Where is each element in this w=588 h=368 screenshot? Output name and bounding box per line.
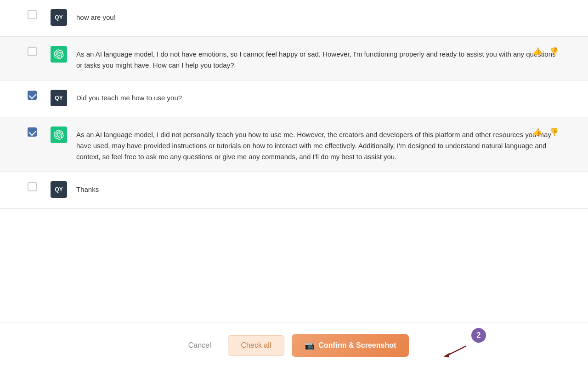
checkbox-area	[28, 46, 51, 56]
svg-line-0	[448, 346, 466, 355]
svg-marker-1	[443, 353, 450, 357]
checkbox-area	[28, 90, 51, 100]
message-text: Did you teach me how to use you?	[76, 90, 560, 104]
check-all-button[interactable]: Check all	[228, 335, 285, 356]
confirm-screenshot-button[interactable]: 📷 Confirm & Screenshot	[292, 334, 409, 357]
message-row: QYhow are you!	[0, 0, 588, 37]
checkbox-area	[28, 9, 51, 19]
thumbs-up-button[interactable]: 👍	[531, 46, 544, 57]
cancel-button[interactable]: Cancel	[179, 337, 220, 354]
message-actions: 👍👎	[531, 126, 560, 137]
checkbox-area	[28, 126, 51, 137]
ai-avatar	[51, 126, 67, 143]
thumbs-down-button[interactable]: 👎	[548, 46, 560, 57]
message-row: QYThanks	[0, 172, 588, 209]
thumbs-up-button[interactable]: 👍	[531, 126, 544, 137]
chat-container: QYhow are you! As an AI language model, …	[0, 0, 588, 322]
message-checkbox[interactable]	[28, 10, 37, 19]
message-checkbox[interactable]	[28, 47, 37, 56]
ai-avatar	[51, 46, 67, 63]
message-text: As an AI language model, I did not perso…	[76, 126, 560, 162]
message-row: QYDid you teach me how to use you?	[0, 80, 588, 117]
thumbs-down-button[interactable]: 👎	[548, 126, 560, 137]
message-checkbox[interactable]	[28, 91, 37, 100]
user-avatar: QY	[51, 181, 67, 198]
message-text: As an AI language model, I do not have e…	[76, 46, 560, 71]
arrow-indicator	[443, 344, 471, 360]
checkbox-area	[28, 181, 51, 191]
message-actions: 👍👎	[531, 46, 560, 57]
camera-icon: 📷	[305, 340, 315, 351]
footer: Cancel Check all 📷 Confirm & Screenshot …	[0, 322, 588, 368]
message-text: Thanks	[76, 181, 560, 195]
user-avatar: QY	[51, 90, 67, 106]
message-checkbox[interactable]	[28, 127, 37, 137]
user-avatar: QY	[51, 9, 67, 26]
message-row: As an AI language model, I do not have e…	[0, 37, 588, 80]
badge-count: 2	[470, 327, 487, 344]
message-text: how are you!	[76, 9, 560, 23]
message-row: As an AI language model, I did not perso…	[0, 117, 588, 172]
message-checkbox[interactable]	[28, 182, 37, 191]
